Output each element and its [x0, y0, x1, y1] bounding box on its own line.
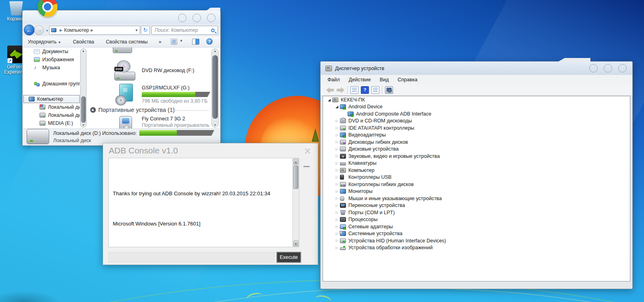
- expander-icon[interactable]: ▷: [335, 232, 339, 236]
- console-scrollbar[interactable]: ▲ ▼: [292, 158, 299, 247]
- expander-icon[interactable]: ▷: [335, 211, 339, 214]
- gsp-disc-icon[interactable]: [116, 84, 135, 105]
- minimize-button[interactable]: [178, 14, 186, 22]
- breadcrumb[interactable]: Компьютер: [64, 27, 89, 33]
- dvd-drive-label[interactable]: DVD RW дисковод (F:): [142, 68, 194, 73]
- close-button[interactable]: [618, 64, 627, 72]
- tree-item[interactable]: ▷ Дисководы гибких дисков: [331, 139, 630, 146]
- tree-item[interactable]: ▷ Компьютер: [331, 167, 630, 174]
- tree-item[interactable]: ▷ Порты (COM и LPT): [331, 209, 630, 216]
- tree-item[interactable]: ◢ КЕКЕЧ-ПК: [323, 96, 630, 103]
- help-icon[interactable]: ?: [206, 38, 213, 45]
- expander-icon[interactable]: ▷: [335, 161, 339, 165]
- search-box[interactable]: Поиск: Компьютер: [151, 26, 218, 35]
- tree-item[interactable]: ▷ Звуковые, видео и игровые устройства: [331, 153, 630, 160]
- sidebar-item[interactable]: Компьютер: [23, 95, 80, 103]
- scroll-down-icon[interactable]: ▼: [293, 240, 298, 246]
- scrollbar-thumb[interactable]: [81, 96, 86, 123]
- command-input[interactable]: [108, 252, 274, 263]
- console-output[interactable]: Thanks for trying out ADB Console by wiz…: [108, 158, 299, 247]
- expander-icon[interactable]: ▷: [335, 168, 339, 172]
- sidebar-item[interactable]: Изображения: [23, 56, 80, 64]
- expander-icon[interactable]: ▷: [335, 246, 339, 250]
- expander-icon[interactable]: ▷: [335, 126, 339, 130]
- scroll-up-icon[interactable]: ▲: [212, 50, 218, 52]
- address-bar[interactable]: ▶ Компьютер ▶ ▼: [49, 26, 140, 35]
- tree-item[interactable]: ◢ Android Device: [331, 103, 630, 111]
- history-dropdown-icon[interactable]: ▼: [46, 29, 49, 33]
- scan-hardware-icon[interactable]: [385, 86, 393, 94]
- preview-pane-icon[interactable]: [192, 39, 199, 45]
- device-manager-titlebar[interactable]: Диспетчер устройств: [321, 62, 632, 75]
- properties-button[interactable]: Свойства: [73, 39, 94, 45]
- tree-item[interactable]: ▷ Устройства HID (Human Interface Device…: [331, 237, 630, 244]
- partial-drive-icon[interactable]: [113, 48, 132, 53]
- maximize-button[interactable]: [604, 64, 612, 72]
- tree-item[interactable]: ▷ Дисковые устройства: [331, 146, 630, 153]
- back-button[interactable]: ←: [24, 25, 35, 35]
- expander-icon[interactable]: ▷: [335, 190, 339, 193]
- toolbar-overflow-button[interactable]: »: [159, 39, 162, 45]
- organize-button[interactable]: Упорядочить ▼: [28, 39, 61, 45]
- tree-item[interactable]: ▷ Мониторы: [331, 188, 630, 195]
- files-scrollbar[interactable]: ▲ ▼: [211, 48, 219, 128]
- tree-item[interactable]: ▷ Устройства обработки изображений: [331, 244, 630, 252]
- scroll-down-icon[interactable]: ▼: [212, 124, 218, 126]
- show-console-tree-icon[interactable]: [350, 86, 358, 94]
- tree-item[interactable]: ▷ Процессоры: [331, 216, 630, 223]
- tree-item[interactable]: Android Composite ADB Interface: [338, 110, 630, 118]
- portable-player-icon[interactable]: [119, 116, 132, 128]
- minimize-icon[interactable]: [303, 166, 310, 167]
- change-view-icon[interactable]: [171, 39, 177, 45]
- forward-button[interactable]: →: [34, 25, 44, 35]
- expander-icon[interactable]: ▷: [335, 147, 339, 151]
- tree-item[interactable]: ▷ Системные устройства: [331, 230, 630, 238]
- tree-item[interactable]: ▷ Переносные устройства: [331, 202, 630, 209]
- expander-icon[interactable]: ▷: [335, 140, 339, 144]
- tree-item[interactable]: ▷ Контроллеры гибких дисков: [331, 181, 630, 188]
- dvd-drive-icon[interactable]: DVD: [114, 60, 135, 81]
- expander-icon[interactable]: ◢: [335, 105, 339, 109]
- tree-item[interactable]: ▷ Сетевые адаптеры: [331, 223, 630, 230]
- expander-icon[interactable]: ▷: [335, 154, 339, 158]
- sidebar-item[interactable]: Документы: [23, 48, 80, 56]
- minimize-button[interactable]: [589, 64, 598, 72]
- expander-icon[interactable]: ▷: [335, 119, 339, 123]
- menu-item[interactable]: Действие: [344, 77, 375, 83]
- help-icon[interactable]: ?: [361, 86, 369, 94]
- expander-icon[interactable]: ▷: [335, 133, 339, 137]
- expander-icon[interactable]: ▷: [335, 176, 339, 179]
- menu-item[interactable]: Справка: [393, 77, 422, 83]
- tree-item[interactable]: ▷ IDE ATA/ATAPI контроллеры: [331, 124, 630, 132]
- sidebar-item[interactable]: Локальный дис: [23, 111, 80, 119]
- expander-icon[interactable]: ▷: [335, 197, 339, 200]
- expander-icon[interactable]: ▷: [335, 204, 339, 207]
- tree-item[interactable]: ▷ Клавиатуры: [331, 160, 630, 167]
- sidebar-item[interactable]: Локальный дис: [23, 103, 80, 111]
- sidebar-scrollbar[interactable]: ▲ ▼: [80, 48, 87, 128]
- tree-item[interactable]: ▷ Видеоадаптеры: [331, 132, 630, 139]
- group-header-label[interactable]: Портативные устройства (1): [98, 107, 175, 113]
- collapse-group-icon[interactable]: [90, 107, 96, 113]
- expander-icon[interactable]: ▷: [335, 182, 339, 186]
- close-button[interactable]: [207, 14, 215, 22]
- sidebar-item[interactable]: MEDIA (E:): [23, 119, 80, 127]
- scrollbar-thumb[interactable]: [293, 165, 298, 189]
- gsp-label[interactable]: GSP1RMCULXF (G:): [142, 85, 190, 91]
- forward-icon[interactable]: [337, 87, 344, 93]
- menu-item[interactable]: Файл: [323, 77, 344, 83]
- back-icon[interactable]: [326, 87, 334, 93]
- view-dropdown-icon[interactable]: ▼: [180, 39, 183, 43]
- sidebar-item[interactable]: Домашняя группа: [23, 80, 80, 88]
- expander-icon[interactable]: ▷: [335, 239, 339, 242]
- scroll-down-icon[interactable]: ▼: [81, 124, 86, 126]
- scroll-up-icon[interactable]: ▲: [293, 159, 298, 165]
- expander-icon[interactable]: ▷: [335, 218, 339, 221]
- scroll-up-icon[interactable]: ▲: [81, 50, 86, 52]
- search-icon[interactable]: [211, 29, 215, 32]
- system-properties-button[interactable]: Свойства системы: [106, 39, 148, 45]
- properties-icon[interactable]: [371, 86, 379, 94]
- expander-icon[interactable]: ▷: [335, 225, 339, 228]
- tree-item[interactable]: ▷ Мыши и иные указывающие устройства: [331, 195, 630, 202]
- scrollbar-thumb[interactable]: [212, 55, 218, 119]
